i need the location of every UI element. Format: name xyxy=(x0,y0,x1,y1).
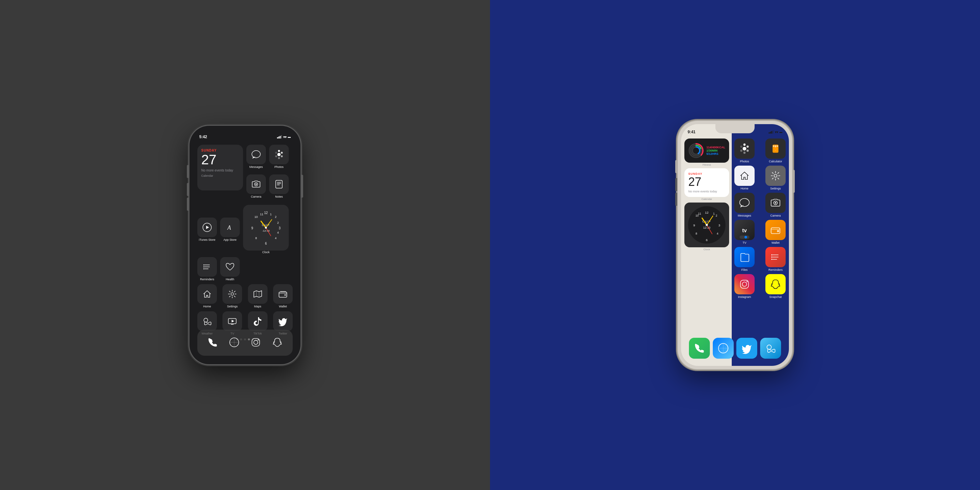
photos-label-right: Photos xyxy=(734,160,755,163)
svg-text:6: 6 xyxy=(265,242,267,245)
fitness-min: 1/30MIN xyxy=(706,149,725,152)
settings-icon-right xyxy=(765,165,786,186)
camera-label-left: Camera xyxy=(246,195,266,198)
appstore-app[interactable]: A App Store xyxy=(220,218,240,242)
time-right: 9:41 xyxy=(687,130,695,134)
clock-widget-left[interactable]: 12 3 6 9 10 2 4 8 11 1 2 xyxy=(243,205,289,254)
dock-right xyxy=(684,336,786,361)
svg-text:6: 6 xyxy=(706,238,708,242)
calendar-widget-left[interactable]: SUNDAY 27 No more events today Calendar xyxy=(197,145,243,191)
svg-point-103 xyxy=(771,255,772,255)
messages-icon xyxy=(246,145,266,164)
messages-app-left[interactable]: Messages xyxy=(246,145,266,169)
svg-point-96 xyxy=(775,202,776,204)
instagram-label-right: Instagram xyxy=(734,295,755,299)
svg-point-104 xyxy=(771,256,772,258)
phone-dock-left[interactable] xyxy=(203,332,223,353)
messages-app-right[interactable]: Messages xyxy=(734,193,755,217)
reminders-app[interactable]: Reminders xyxy=(197,257,217,281)
wallet-label-right: Wallet xyxy=(765,241,786,244)
svg-point-113 xyxy=(767,345,772,350)
twitter-dock-right[interactable] xyxy=(736,338,757,359)
svg-point-34 xyxy=(265,227,267,229)
svg-text:2: 2 xyxy=(275,215,276,218)
notes-icon xyxy=(269,175,289,194)
snapchat-dock[interactable] xyxy=(267,332,287,353)
photos-app-right[interactable]: Photos xyxy=(734,138,755,163)
settings-icon xyxy=(223,284,242,304)
camera-app-right[interactable]: Camera xyxy=(765,193,786,217)
wallet-icon xyxy=(273,284,293,304)
svg-text:8: 8 xyxy=(255,237,257,240)
wallet-icon-right xyxy=(765,220,786,240)
safari-dock-right[interactable] xyxy=(713,338,734,359)
svg-rect-10 xyxy=(276,180,282,188)
svg-text:4: 4 xyxy=(275,237,276,240)
fitness-widget[interactable]: 114/400KCAL 1/30MIN 5/12HRS xyxy=(684,138,729,163)
svg-point-47 xyxy=(204,318,208,322)
phone-left: 5:42 ▾▾ ▬ SUND xyxy=(189,126,301,364)
split-right-panel: Photos + - xyxy=(732,124,789,366)
itunes-label: iTunes Store xyxy=(197,238,217,242)
svg-point-39 xyxy=(204,267,205,267)
home-app-right[interactable]: Home xyxy=(734,165,755,190)
screen-left: 5:42 ▾▾ ▬ SUND xyxy=(193,129,297,361)
right-row-4: tv TV Wallet xyxy=(734,220,786,244)
instagram-app-right[interactable]: Instagram xyxy=(734,274,755,299)
svg-marker-42 xyxy=(254,291,262,297)
home-app-left[interactable]: Home xyxy=(197,284,217,308)
wallet-app-right[interactable]: Wallet xyxy=(765,220,786,244)
photos-app-left[interactable]: Photos xyxy=(269,145,289,169)
itunes-icon xyxy=(197,218,217,237)
screen-right: 9:41 ▾▾ ▬ xyxy=(681,124,789,366)
camera-app-left[interactable]: Camera xyxy=(246,175,266,198)
instagram-dock[interactable] xyxy=(246,332,266,353)
reminders-icon-right xyxy=(765,247,786,267)
split-screen: 114/400KCAL 1/30MIN 5/12HRS Fitness SUND… xyxy=(681,124,789,366)
row3-left: Reminders Health xyxy=(197,257,293,281)
weather-dock-right[interactable] xyxy=(760,338,781,359)
right-row-5: Files Reminders xyxy=(734,247,786,272)
svg-text:9: 9 xyxy=(251,226,253,230)
health-label: Health xyxy=(220,278,240,281)
settings-app-left[interactable]: Settings xyxy=(223,284,242,308)
phone-dock-right[interactable] xyxy=(689,338,710,359)
snapchat-app-right[interactable]: Snapchat xyxy=(765,274,786,299)
settings-app-right[interactable]: Settings xyxy=(765,165,786,190)
health-app[interactable]: Health xyxy=(220,257,240,281)
safari-dock-left[interactable] xyxy=(224,332,244,353)
notes-app-left[interactable]: Notes xyxy=(269,175,289,198)
snapchat-icon-right xyxy=(765,274,786,294)
maps-app[interactable]: Maps xyxy=(248,284,267,308)
calendar-widget-right[interactable]: SUNDAY 27 No more events today xyxy=(684,168,729,197)
svg-point-80 xyxy=(743,147,746,150)
battery-icon-right: ▬ xyxy=(780,130,783,134)
svg-text:10: 10 xyxy=(255,215,258,218)
wallet-app-left[interactable]: Wallet xyxy=(273,284,293,308)
calendar-widget-section-right: SUNDAY 27 No more events today Calendar xyxy=(684,168,729,200)
svg-point-41 xyxy=(231,293,234,295)
top-icons-left: Messages Photos xyxy=(246,145,289,202)
photos-icon-right xyxy=(734,138,755,159)
health-icon xyxy=(220,257,240,277)
wifi-icon: ▾▾ xyxy=(283,135,286,139)
clock-widget-right[interactable]: 12 3 6 9 10 11 1 2 4 8 xyxy=(684,202,729,247)
photos-label-left: Photos xyxy=(269,165,289,169)
svg-point-3 xyxy=(281,152,283,154)
reminders-app-right[interactable]: Reminders xyxy=(765,247,786,272)
svg-text:2: 2 xyxy=(716,214,718,217)
files-app[interactable]: Files xyxy=(734,247,755,272)
calculator-app[interactable]: + - Calculator xyxy=(765,138,786,163)
battery-icon: ▬ xyxy=(288,135,291,138)
calculator-icon: + - xyxy=(765,138,786,159)
svg-point-92 xyxy=(776,145,778,147)
camera-icon xyxy=(246,175,266,194)
itunes-app[interactable]: iTunes Store xyxy=(197,218,217,242)
safari-dock-icon xyxy=(224,332,244,352)
tv-app-right[interactable]: tv TV xyxy=(734,220,755,244)
calculator-label: Calculator xyxy=(765,160,786,163)
svg-text:11: 11 xyxy=(260,213,263,216)
cal-date-right: 27 xyxy=(688,175,725,188)
svg-point-40 xyxy=(204,269,205,269)
fitness-hrs: 5/12HRS xyxy=(706,152,725,156)
